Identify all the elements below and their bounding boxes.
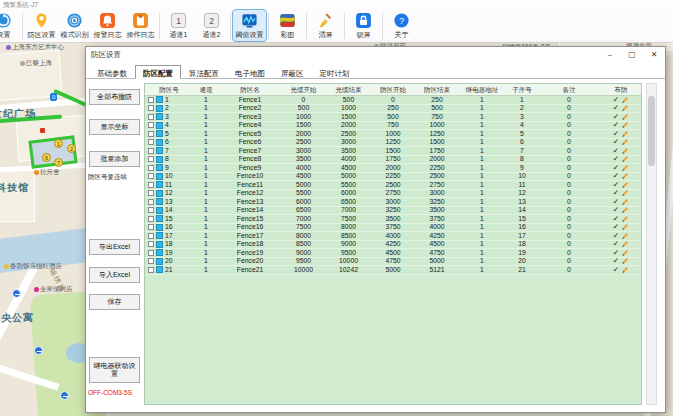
import-excel-button[interactable]: 导入Excel <box>89 267 140 283</box>
table-row[interactable]: 141Fence1465007000325035001140✓ <box>145 207 641 216</box>
table-row[interactable]: 21Fence25001000250500120✓ <box>145 105 641 114</box>
zone-badge[interactable]: 0 <box>50 93 57 101</box>
row-checkbox[interactable] <box>148 267 154 273</box>
row-checkbox[interactable] <box>148 182 154 188</box>
table-row[interactable]: 101Fence1045005000225025001100✓ <box>145 173 641 182</box>
tab-basic-params[interactable]: 基础参数 <box>89 65 135 79</box>
row-checkbox[interactable] <box>148 199 154 205</box>
toolbar-operation-log[interactable]: 操作日志 <box>124 10 157 41</box>
row-checkbox[interactable] <box>148 131 154 137</box>
armed-check-icon[interactable]: ✓ <box>613 266 619 274</box>
edit-pencil-icon[interactable] <box>621 96 629 104</box>
table-row[interactable]: 61Fence62500300012501500160✓ <box>145 139 641 148</box>
close-button[interactable]: ✕ <box>643 47 665 63</box>
maximize-button[interactable]: ▢ <box>621 47 643 63</box>
row-checkbox[interactable] <box>148 250 154 256</box>
toolbar-channel-2[interactable]: 2通道2 <box>195 10 228 41</box>
tab-algorithm-config[interactable]: 算法配置 <box>181 65 227 79</box>
row-checkbox[interactable] <box>148 148 154 154</box>
table-row[interactable]: 81Fence83500400017502000180✓ <box>145 156 641 165</box>
armed-check-icon[interactable]: ✓ <box>613 164 619 172</box>
toolbar-pattern-recognition[interactable]: 模式识别 <box>58 10 91 41</box>
edit-pencil-icon[interactable] <box>621 258 629 266</box>
tab-schedule[interactable]: 定时计划 <box>312 65 358 79</box>
row-checkbox[interactable] <box>148 97 154 103</box>
edit-pencil-icon[interactable] <box>621 215 629 223</box>
relay-linkage-button[interactable]: 继电器联动设置 <box>89 357 140 383</box>
armed-check-icon[interactable]: ✓ <box>613 224 619 232</box>
table-row[interactable]: 71Fence73000350015001750170✓ <box>145 147 641 156</box>
armed-check-icon[interactable]: ✓ <box>613 139 619 147</box>
row-checkbox[interactable] <box>148 114 154 120</box>
armed-check-icon[interactable]: ✓ <box>613 207 619 215</box>
toolbar-about[interactable]: ?关于 <box>385 10 418 41</box>
toolbar-color-map[interactable]: 彩图 <box>271 10 304 41</box>
toolbar-settings[interactable]: 设置 <box>0 10 20 41</box>
minimize-button[interactable]: – <box>599 47 621 63</box>
armed-check-icon[interactable]: ✓ <box>613 198 619 206</box>
table-row[interactable]: 41Fence4150020007501000140✓ <box>145 122 641 131</box>
edit-pencil-icon[interactable] <box>621 224 629 232</box>
row-checkbox[interactable] <box>148 139 154 145</box>
armed-check-icon[interactable]: ✓ <box>613 113 619 121</box>
export-excel-button[interactable]: 导出Excel <box>89 239 140 255</box>
edit-pencil-icon[interactable] <box>621 190 629 198</box>
tab-shield-zone[interactable]: 屏蔽区 <box>273 65 312 79</box>
toolbar-clear-screen[interactable]: 清屏 <box>309 10 342 41</box>
row-checkbox[interactable] <box>148 165 154 171</box>
row-checkbox[interactable] <box>148 105 154 111</box>
edit-pencil-icon[interactable] <box>621 156 629 164</box>
table-row[interactable]: 201Fence20950010000475050001200✓ <box>145 258 641 267</box>
table-row[interactable]: 161Fence1675008000375040001160✓ <box>145 224 641 233</box>
armed-check-icon[interactable]: ✓ <box>613 130 619 138</box>
armed-check-icon[interactable]: ✓ <box>613 173 619 181</box>
table-row[interactable]: 121Fence1255006000275030001120✓ <box>145 190 641 199</box>
row-checkbox[interactable] <box>148 190 154 196</box>
row-checkbox[interactable] <box>148 207 154 213</box>
toolbar-alarm-log[interactable]: 报警日志 <box>91 10 124 41</box>
save-button[interactable]: 保存 <box>89 294 140 310</box>
toolbar-channel-1[interactable]: 1通道1 <box>162 10 195 41</box>
arm-disarm-all-button[interactable]: 全部布撤防 <box>89 89 140 105</box>
armed-check-icon[interactable]: ✓ <box>613 147 619 155</box>
row-checkbox[interactable] <box>148 241 154 247</box>
edit-pencil-icon[interactable] <box>621 147 629 155</box>
route-marker-1[interactable]: 1 <box>54 139 63 148</box>
route-marker-2[interactable]: 2 <box>67 144 76 153</box>
armed-check-icon[interactable]: ✓ <box>613 181 619 189</box>
table-row[interactable]: 191Fence1990009500450047501190✓ <box>145 249 641 258</box>
table-row[interactable]: 51Fence52000250010001250150✓ <box>145 130 641 139</box>
tab-zone-config[interactable]: 防区配置 <box>135 65 181 79</box>
table-row[interactable]: 111Fence1150005500250027501110✓ <box>145 181 641 190</box>
edit-pencil-icon[interactable] <box>621 232 629 240</box>
armed-check-icon[interactable]: ✓ <box>613 249 619 257</box>
table-row[interactable]: 171Fence1780008500400042501170✓ <box>145 232 641 241</box>
edit-pencil-icon[interactable] <box>621 241 629 249</box>
row-checkbox[interactable] <box>148 173 154 179</box>
armed-check-icon[interactable]: ✓ <box>613 190 619 198</box>
edit-pencil-icon[interactable] <box>621 130 629 138</box>
edit-pencil-icon[interactable] <box>621 122 629 130</box>
row-checkbox[interactable] <box>148 122 154 128</box>
row-checkbox[interactable] <box>148 216 154 222</box>
armed-check-icon[interactable]: ✓ <box>613 156 619 164</box>
table-row[interactable]: 91Fence94000450020002250190✓ <box>145 164 641 173</box>
row-checkbox[interactable] <box>148 156 154 162</box>
edit-pencil-icon[interactable] <box>621 249 629 257</box>
toolbar-zone-settings[interactable]: 防区设置 <box>25 10 58 41</box>
row-checkbox[interactable] <box>148 233 154 239</box>
edit-pencil-icon[interactable] <box>621 105 629 113</box>
route-marker-6[interactable]: 6 <box>42 153 51 162</box>
row-checkbox[interactable] <box>148 224 154 230</box>
row-checkbox[interactable] <box>148 258 154 264</box>
armed-check-icon[interactable]: ✓ <box>613 241 619 249</box>
table-row[interactable]: 31Fence310001500500750130✓ <box>145 113 641 122</box>
table-row[interactable]: 151Fence1570007500350037501150✓ <box>145 215 641 224</box>
toolbar-lock-screen[interactable]: 锁屏 <box>347 10 380 41</box>
route-marker-7[interactable]: 7 <box>54 158 63 167</box>
table-row[interactable]: 131Fence1360006500300032501130✓ <box>145 198 641 207</box>
show-coordinates-button[interactable]: 显示坐标 <box>89 119 140 135</box>
armed-check-icon[interactable]: ✓ <box>613 105 619 113</box>
edit-pencil-icon[interactable] <box>621 181 629 189</box>
table-row[interactable]: 211Fence211000010242500051211210✓ <box>145 266 641 275</box>
